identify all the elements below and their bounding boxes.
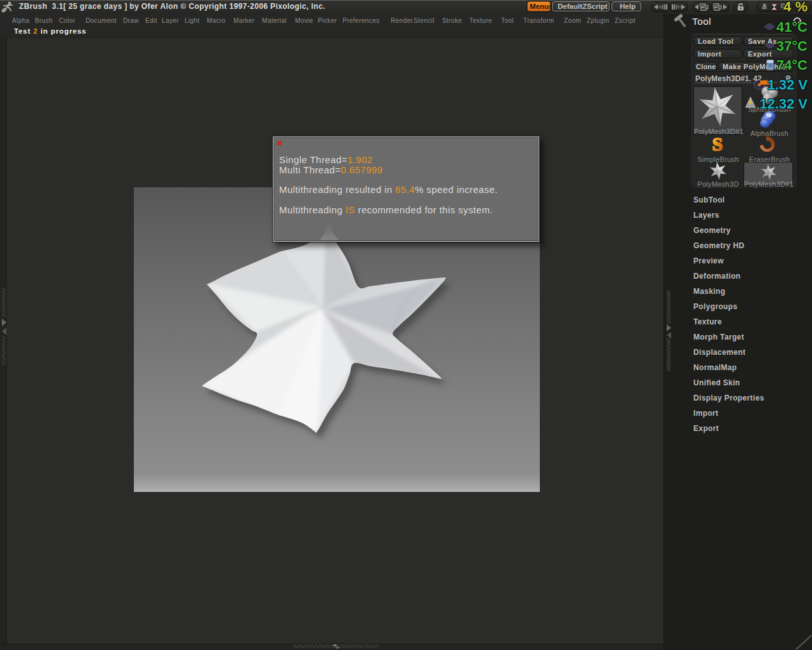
svg-text:S: S	[712, 135, 723, 154]
